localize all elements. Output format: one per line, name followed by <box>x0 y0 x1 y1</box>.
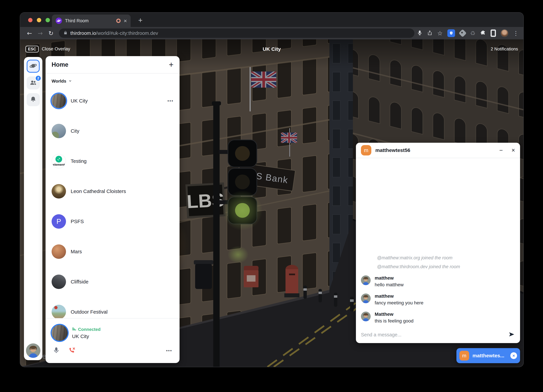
bookmark-star-icon[interactable]: ☆ <box>437 30 442 37</box>
thirdroom-favicon-icon <box>56 17 62 24</box>
back-button[interactable]: ← <box>24 30 35 37</box>
recycle-extension-icon[interactable]: ♻ <box>470 30 475 37</box>
new-tab-button[interactable]: + <box>136 16 145 25</box>
world-list-item[interactable]: element Testing <box>51 146 174 176</box>
esc-key-badge[interactable]: ESC <box>25 46 39 52</box>
connection-status-label: Connected <box>78 327 101 332</box>
world-avatar-element-logo: element <box>51 154 66 168</box>
message-text: hello matthew <box>375 282 404 287</box>
url-domain: thirdroom.io <box>70 30 96 36</box>
bitwarden-extension-icon[interactable] <box>447 29 455 37</box>
chat-message-list: @matthew:matrix.org joined the room @mat… <box>356 158 520 326</box>
world-viewport: LBS Bank LBS <box>20 39 523 367</box>
bell-icon <box>30 96 37 103</box>
more-options-button[interactable]: ••• <box>166 348 172 353</box>
rail-item-home[interactable] <box>27 60 40 73</box>
world-list-item[interactable]: P PSFS <box>51 206 174 237</box>
browser-window: Third Room × + ← → ↻ thirdroom.io/world/… <box>20 12 523 367</box>
extensions-puzzle-icon[interactable] <box>480 30 486 36</box>
browser-tabstrip: Third Room × + <box>20 12 523 27</box>
notifications-button[interactable]: 2 Notifications <box>491 46 518 51</box>
worlds-section-label: Worlds <box>51 79 66 84</box>
close-window-button[interactable] <box>28 18 33 22</box>
user-avatar[interactable] <box>26 343 40 358</box>
minimize-chat-button[interactable]: − <box>499 147 503 153</box>
world-name: Cliffside <box>71 279 88 285</box>
message-input[interactable] <box>361 332 505 338</box>
close-tab-button[interactable]: × <box>124 18 127 24</box>
message-text: this is feeling good <box>375 318 413 324</box>
signal-bars-icon <box>72 327 76 332</box>
hangup-call-button[interactable] <box>68 347 76 355</box>
world-list: UK City ••• City element <box>45 85 180 318</box>
world-options-button[interactable]: ••• <box>168 98 174 103</box>
connection-status-card[interactable]: Connected UK City ••• <box>45 318 180 363</box>
element-logo-text: element <box>53 163 65 166</box>
create-world-button[interactable]: + <box>169 61 174 69</box>
home-panel: Home + Worlds UK City ••• <box>45 56 180 363</box>
world-name: UK City <box>71 98 88 104</box>
dismiss-member-pill-icon[interactable]: × <box>510 352 517 359</box>
forward-button[interactable]: → <box>35 30 45 37</box>
close-chat-button[interactable]: × <box>511 147 515 153</box>
chevron-down-icon <box>68 79 72 83</box>
chat-message: matthew fancy meeting you here <box>361 294 515 306</box>
message-text: fancy meeting you here <box>375 300 424 306</box>
tab-title: Third Room <box>65 18 113 23</box>
world-avatar <box>51 94 66 108</box>
browser-tab[interactable]: Third Room × <box>52 15 131 27</box>
world-name: Mars <box>71 249 82 255</box>
world-list-item[interactable]: Mars <box>51 237 174 267</box>
sender-name: Matthew <box>375 312 413 317</box>
home-panel-header: Home + <box>45 56 180 74</box>
member-pill-avatar: m <box>459 351 469 360</box>
world-name: PSFS <box>71 219 84 224</box>
side-panel-icon[interactable] <box>491 29 496 37</box>
world-avatar <box>51 244 66 259</box>
chat-message: matthew hello matthew <box>361 275 515 287</box>
browser-profile-avatar[interactable] <box>501 29 508 37</box>
url-path: /world/#uk-city:thirdroom.dev <box>96 30 158 36</box>
element-logo-icon <box>56 156 62 163</box>
tab-recording-indicator-icon <box>116 19 121 23</box>
world-list-item[interactable]: City <box>51 116 174 146</box>
extension-diamond-icon[interactable] <box>458 29 467 37</box>
sender-name: matthew <box>375 275 404 281</box>
world-avatar <box>51 305 66 318</box>
world-title: UK City <box>263 46 281 52</box>
address-bar[interactable]: thirdroom.io/world/#uk-city:thirdroom.de… <box>59 28 414 38</box>
world-name: Leon Cathedral Cloisters <box>71 188 126 194</box>
rail-item-notifications[interactable] <box>27 93 40 106</box>
member-pill[interactable]: m matthewtes... × <box>456 348 520 363</box>
connected-world-avatar <box>51 325 68 341</box>
close-overlay-button[interactable]: Close Overlay <box>42 46 70 51</box>
lock-icon <box>63 30 68 36</box>
world-list-item[interactable]: Outdoor Festival <box>51 297 174 318</box>
sender-avatar <box>361 294 371 303</box>
chat-title: matthewtest56 <box>375 148 410 153</box>
microphone-button[interactable] <box>53 347 60 354</box>
send-message-icon[interactable] <box>508 331 515 338</box>
world-list-item[interactable]: Cliffside <box>51 267 174 297</box>
sender-avatar <box>361 275 371 285</box>
fullscreen-window-button[interactable] <box>45 18 50 22</box>
share-icon[interactable] <box>427 30 432 36</box>
world-name: Testing <box>71 158 87 164</box>
window-controls <box>28 18 50 22</box>
room-event: @matthew:thirdroom.dev joined the room <box>361 264 515 269</box>
worlds-section-toggle[interactable]: Worlds <box>45 74 180 85</box>
sender-name: matthew <box>375 294 424 299</box>
planet-icon <box>29 62 37 70</box>
chat-header: m matthewtest56 − × <box>356 143 520 158</box>
world-list-item[interactable]: UK City ••• <box>51 86 174 116</box>
friends-badge: 2 <box>35 75 41 81</box>
browser-menu-icon[interactable]: ⋮ <box>513 30 519 37</box>
minimize-window-button[interactable] <box>37 18 41 22</box>
world-list-item[interactable]: Leon Cathedral Cloisters <box>51 176 174 206</box>
rail-item-friends[interactable]: 2 <box>27 76 40 90</box>
browser-toolbar: ← → ↻ thirdroom.io/world/#uk-city:thirdr… <box>20 27 523 39</box>
voice-search-icon[interactable] <box>417 30 422 36</box>
page-title: Home <box>51 61 68 68</box>
sender-avatar <box>361 312 371 321</box>
reload-button[interactable]: ↻ <box>45 30 56 37</box>
